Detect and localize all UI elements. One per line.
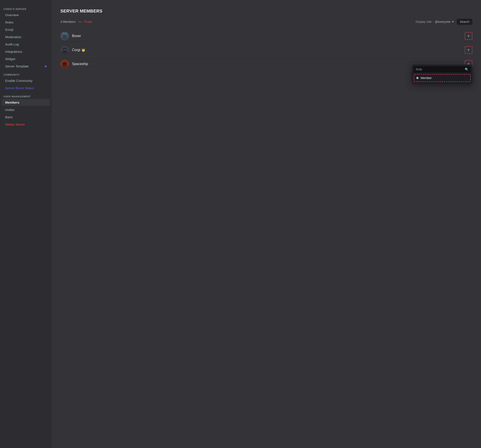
- server-template-dot: [45, 66, 46, 67]
- separator: —: [78, 20, 82, 24]
- svg-rect-4: [66, 33, 67, 34]
- member-name-corgi: Corgi: [72, 48, 80, 52]
- search-button[interactable]: Search: [457, 19, 472, 25]
- members-count: 3 Members: [60, 20, 75, 23]
- member-row-corgi: Corgi 👑 +: [60, 43, 472, 57]
- plus-icon: +: [467, 34, 470, 38]
- role-option-label-member: Member: [421, 76, 432, 80]
- sidebar-item-integrations[interactable]: Integrations: [2, 48, 50, 55]
- sidebar-item-moderation[interactable]: Moderation: [2, 33, 50, 40]
- member-row-spaceship: Spaceship +: [60, 57, 472, 71]
- main-content: SERVER MEMBERS 3 Members — Prune Display…: [52, 0, 481, 448]
- community-section-title: COMMUNITY: [0, 70, 52, 77]
- prune-link[interactable]: Prune: [84, 20, 92, 23]
- sidebar-item-bans[interactable]: Bans: [2, 113, 50, 121]
- member-row-boxer: Boxer +: [60, 29, 472, 43]
- page-title: SERVER MEMBERS: [60, 9, 472, 14]
- svg-point-11: [64, 49, 64, 50]
- add-role-button-corgi[interactable]: +: [465, 46, 472, 54]
- sidebar-item-delete-server[interactable]: Delete Server: [2, 121, 50, 128]
- sidebar-item-invites[interactable]: Invites: [2, 106, 50, 113]
- member-name-boxer: Boxer: [72, 34, 81, 38]
- add-role-button-boxer[interactable]: +: [465, 32, 472, 40]
- user-management-section-title: USER MANAGEMENT: [0, 92, 52, 99]
- svg-point-15: [63, 63, 64, 65]
- svg-point-10: [62, 50, 68, 54]
- avatar-corgi: [60, 46, 69, 54]
- svg-rect-3: [62, 33, 64, 34]
- sidebar-item-emoji[interactable]: Emoji: [2, 26, 50, 33]
- sidebar-item-audit-log[interactable]: Audit Log: [2, 41, 50, 48]
- role-dot-member: [416, 77, 419, 79]
- sidebar-item-roles[interactable]: Roles: [2, 19, 50, 26]
- sidebar: CORGI'S SERVER Overview Roles Emoji Mode…: [0, 0, 52, 448]
- svg-point-16: [65, 63, 66, 65]
- svg-point-5: [62, 36, 67, 40]
- avatar-spaceship: [60, 60, 69, 68]
- role-search-bar: 🔍: [414, 66, 471, 72]
- sidebar-item-members[interactable]: Members: [2, 99, 50, 106]
- svg-point-12: [65, 49, 66, 50]
- search-icon: 🔍: [465, 68, 468, 71]
- sidebar-item-server-template[interactable]: Server Template: [2, 63, 50, 70]
- plus-icon: +: [467, 48, 470, 52]
- role-option-member[interactable]: Member: [414, 74, 471, 82]
- crown-icon: 👑: [82, 48, 85, 52]
- server-name-section: CORGI'S SERVER: [0, 4, 52, 11]
- sidebar-item-widget[interactable]: Widget: [2, 55, 50, 62]
- role-dropdown-value: @everyone: [435, 20, 450, 23]
- sidebar-item-server-boost-status[interactable]: Server Boost Status: [2, 84, 50, 92]
- display-role-label: Display role:: [416, 20, 432, 23]
- role-dropdown[interactable]: @everyone ▼: [435, 20, 454, 23]
- role-search-input[interactable]: [416, 68, 465, 71]
- svg-point-17: [62, 64, 67, 68]
- members-bar: 3 Members — Prune Display role: @everyon…: [60, 19, 472, 25]
- sidebar-item-overview[interactable]: Overview: [2, 11, 50, 19]
- avatar-boxer: [60, 32, 69, 40]
- member-name-spaceship: Spaceship: [72, 62, 88, 66]
- sidebar-item-enable-community[interactable]: Enable Community: [2, 77, 50, 84]
- role-popup: 🔍 Member: [412, 65, 472, 84]
- chevron-down-icon: ▼: [452, 20, 454, 23]
